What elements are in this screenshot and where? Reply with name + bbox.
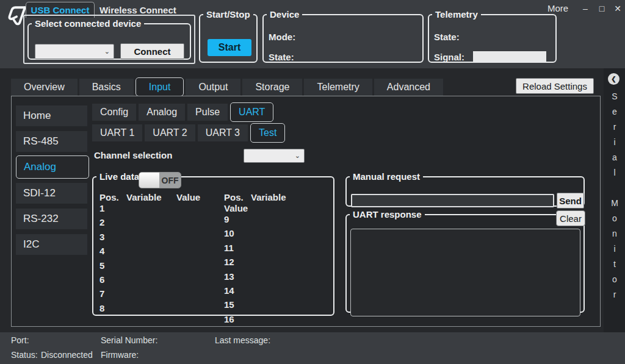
- main-tab-bar: Overview Basics Input Output Storage Tel…: [11, 79, 443, 96]
- device-legend: Device: [267, 10, 302, 19]
- tab-output[interactable]: Output: [186, 79, 240, 96]
- channel-selection-label: Channel selection: [94, 150, 172, 160]
- col-pos: Pos.: [224, 192, 251, 202]
- table-row: 16: [224, 314, 333, 328]
- toggle-state-label: OFF: [159, 173, 181, 188]
- col-value: Value: [224, 203, 259, 213]
- minimize-button[interactable]: –: [579, 2, 592, 15]
- manual-request-legend: Manual request: [350, 172, 423, 181]
- tab-overview[interactable]: Overview: [11, 79, 78, 96]
- live-data-table-left: Pos.VariableValue 1 2 3 4 5 6 7 8: [99, 192, 212, 317]
- col-variable: Variable: [251, 192, 301, 202]
- table-row: 5: [99, 260, 212, 274]
- table-row: 2: [99, 217, 212, 231]
- sidebar-item-sdi12[interactable]: SDI-12: [16, 183, 87, 204]
- col-variable: Variable: [126, 192, 176, 202]
- tab-storage[interactable]: Storage: [242, 79, 302, 96]
- table-header: Pos.VariableValue: [224, 192, 333, 214]
- table-row: 14: [224, 285, 333, 299]
- telemetry-legend: Telemetry: [432, 10, 481, 19]
- live-data-toggle[interactable]: OFF: [139, 172, 181, 188]
- table-header: Pos.VariableValue: [99, 192, 212, 203]
- sidebar-item-home[interactable]: Home: [16, 105, 87, 126]
- channel-selection-combobox[interactable]: ⌄: [244, 149, 305, 163]
- tab-config[interactable]: Config: [92, 104, 136, 121]
- table-row: 10: [224, 228, 333, 242]
- last-message-label: Last message:: [215, 335, 270, 345]
- sidebar-item-rs232[interactable]: RS-232: [16, 209, 87, 229]
- table-row: 7: [99, 288, 212, 302]
- sidebar-item-rs485[interactable]: RS-485: [16, 131, 87, 152]
- tab-uart[interactable]: UART: [230, 102, 273, 122]
- table-row: 11: [224, 243, 333, 257]
- serial-monitor-panel: ❮ Serial Monitor: [604, 68, 625, 332]
- device-mode-label: Mode:: [269, 32, 295, 42]
- device-group: Device Mode: State:: [262, 10, 424, 63]
- device-state-label: State:: [269, 52, 294, 62]
- tab-analog[interactable]: Analog: [139, 104, 185, 121]
- select-device-group: Select connected device ⌄ Connect: [27, 19, 191, 60]
- clear-button[interactable]: Clear: [556, 210, 585, 226]
- signal-strength-bar: [473, 51, 546, 62]
- tab-telemetry[interactable]: Telemetry: [304, 79, 372, 96]
- tab-pulse[interactable]: Pulse: [187, 104, 228, 121]
- uart-response-output: [350, 229, 580, 316]
- manual-request-group: Manual request Send: [345, 172, 585, 207]
- col-value: Value: [176, 192, 212, 202]
- start-button[interactable]: Start: [208, 39, 251, 56]
- serial-monitor-label[interactable]: Serial Monitor: [610, 91, 620, 305]
- chevron-down-icon: ⌄: [104, 48, 110, 55]
- tab-basics[interactable]: Basics: [79, 79, 134, 96]
- telemetry-state-label: State:: [434, 32, 460, 42]
- live-data-group: Live data OFF Pos.VariableValue 1 2 3 4 …: [92, 172, 334, 316]
- start-stop-legend: Start/Stop: [203, 10, 253, 19]
- live-data-table-right: Pos.VariableValue 9 10 11 12 13 14 15 16: [224, 192, 333, 328]
- tab-uart-1[interactable]: UART 1: [92, 124, 142, 141]
- tab-uart-2[interactable]: UART 2: [145, 124, 195, 141]
- table-row: 6: [99, 274, 212, 288]
- input-tab-panel: Home RS-485 Analog SDI-12 RS-232 I2C Con…: [11, 96, 601, 327]
- chevron-down-icon: ⌄: [295, 152, 300, 160]
- tab-advanced[interactable]: Advanced: [374, 79, 443, 96]
- tab-input[interactable]: Input: [135, 77, 184, 96]
- sidebar-item-analog[interactable]: Analog: [16, 155, 89, 179]
- uart-response-group: UART response Clear: [345, 210, 585, 313]
- table-row: 15: [224, 299, 333, 313]
- table-row: 1: [99, 203, 212, 217]
- input-subtab-bar: Config Analog Pulse UART: [92, 104, 273, 122]
- uart-subtab-bar: UART 1 UART 2 UART 3 Test: [92, 124, 285, 143]
- manual-request-input[interactable]: [351, 194, 554, 207]
- sidebar-item-i2c[interactable]: I2C: [16, 234, 87, 255]
- close-button[interactable]: ✕: [611, 2, 624, 15]
- status-value: Disconnected: [41, 350, 93, 360]
- uart-response-legend: UART response: [350, 210, 425, 219]
- send-button[interactable]: Send: [557, 193, 584, 209]
- table-row: 8: [99, 303, 212, 317]
- app-window: { "colors": { "accent": "#2bb7f0", "star…: [0, 0, 625, 364]
- table-row: 13: [224, 271, 333, 285]
- toggle-knob: [139, 173, 159, 188]
- collapse-left-icon[interactable]: ❮: [608, 73, 620, 85]
- live-data-legend: Live data: [96, 172, 142, 181]
- more-menu-button[interactable]: More: [547, 3, 568, 13]
- status-label: Status:: [11, 350, 38, 360]
- telemetry-group: Telemetry State: Signal:: [428, 10, 557, 63]
- col-pos: Pos.: [99, 192, 126, 202]
- table-row: 3: [99, 232, 212, 246]
- tab-uart-3[interactable]: UART 3: [198, 124, 248, 141]
- select-device-legend: Select connected device: [32, 19, 144, 28]
- table-row: 4: [99, 246, 212, 260]
- maximize-button[interactable]: □: [595, 2, 609, 15]
- connect-button[interactable]: Connect: [120, 43, 184, 59]
- telemetry-signal-label: Signal:: [434, 52, 464, 62]
- firmware-label: Firmware:: [101, 350, 139, 360]
- table-row: 12: [224, 257, 333, 271]
- tab-uart-test[interactable]: Test: [250, 123, 285, 143]
- reload-settings-button[interactable]: Reload Settings: [516, 78, 594, 94]
- table-row: 9: [224, 214, 333, 228]
- serial-number-label: Serial Number:: [101, 335, 157, 345]
- start-stop-group: Start/Stop Start: [199, 10, 258, 63]
- port-label: Port:: [11, 335, 29, 345]
- device-combobox[interactable]: ⌄: [35, 44, 114, 59]
